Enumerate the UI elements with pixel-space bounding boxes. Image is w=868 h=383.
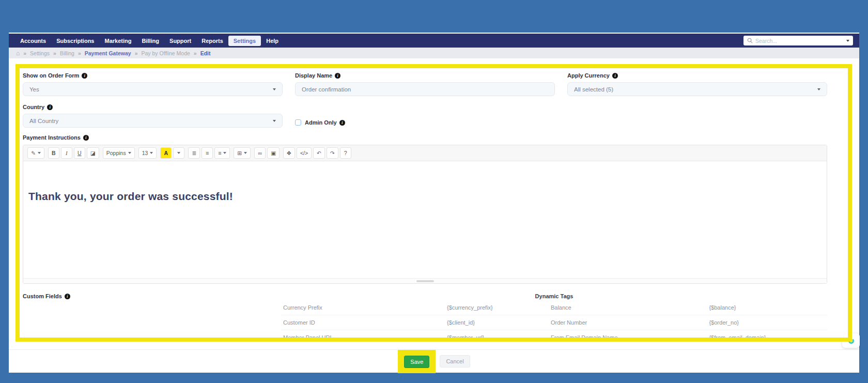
field-apply-currency: Apply Currency i All selected (5) — [567, 69, 827, 96]
country-label: Country i — [23, 103, 283, 111]
tag-label: From Email Domain Name — [549, 330, 707, 338]
edit-form-highlight-frame: Show on Order Form i Yes Display Name i — [16, 64, 852, 342]
table-row: Member Panel URL {$member_url} From Emai… — [281, 330, 827, 338]
breadcrumb-separator: » — [53, 50, 56, 56]
dynamic-tags-table: Currency Prefix {$currency_prefix} Balan… — [281, 300, 827, 338]
insert-picture-button[interactable]: ▣ — [267, 147, 280, 159]
editor-resize-handle[interactable] — [416, 280, 434, 282]
style-dropdown-button[interactable]: ✎ — [27, 147, 44, 159]
apply-currency-select[interactable]: All selected (5) — [567, 82, 827, 96]
italic-button[interactable]: I — [61, 147, 72, 159]
breadcrumb-billing[interactable]: Billing — [60, 50, 74, 56]
chevron-down-icon — [150, 152, 153, 154]
info-icon[interactable]: i — [612, 73, 618, 79]
nav-item-accounts[interactable]: Accounts — [15, 36, 51, 46]
table-row: Currency Prefix {$currency_prefix} Balan… — [281, 300, 827, 315]
breadcrumb-payment-gateway[interactable]: Payment Gateway — [85, 50, 131, 56]
search-scope-caret-icon[interactable] — [846, 40, 849, 42]
underline-button[interactable]: U — [74, 147, 85, 159]
insert-link-button[interactable]: ∞ — [254, 147, 266, 159]
paragraph-align-icon: ≡ — [218, 150, 221, 156]
save-button-highlight: Save — [398, 350, 436, 373]
cancel-button[interactable]: Cancel — [440, 355, 470, 367]
fullscreen-button[interactable]: ✥ — [283, 147, 295, 159]
bottom-section: Custom Fields i Dynamic Tags Currency Pr… — [23, 290, 827, 338]
info-icon[interactable]: i — [82, 73, 87, 79]
info-icon[interactable]: i — [339, 120, 345, 126]
field-display-name: Display Name i — [295, 69, 555, 96]
field-show-on-order-form: Show on Order Form i Yes — [23, 69, 283, 96]
unordered-list-button[interactable]: ≣ — [188, 147, 200, 159]
font-color-button[interactable]: A — [160, 147, 172, 159]
info-icon[interactable]: i — [65, 294, 70, 299]
editor-content-area[interactable]: Thank you, your order was successful! — [23, 161, 827, 278]
search-input[interactable] — [755, 38, 843, 44]
nav-item-marketing[interactable]: Marketing — [99, 36, 136, 46]
bold-button[interactable]: B — [48, 147, 59, 159]
redo-icon: ↷ — [330, 150, 335, 156]
nav-item-billing[interactable]: Billing — [136, 36, 164, 46]
nav-item-help[interactable]: Help — [261, 36, 284, 46]
dynamic-tags-title: Dynamic Tags — [281, 293, 827, 299]
payment-instructions-editor: ✎ B I U ◪ Poppins — [23, 145, 827, 284]
breadcrumb-separator: » — [194, 50, 197, 56]
admin-only-label: Admin Only i — [305, 119, 345, 126]
apply-currency-label: Apply Currency i — [567, 71, 827, 80]
tag-label: Currency Prefix — [281, 300, 445, 315]
admin-only-checkbox[interactable] — [295, 119, 301, 126]
font-color-caret-button[interactable] — [173, 147, 184, 159]
font-family-dropdown[interactable]: Poppins — [103, 147, 135, 159]
form-row-1: Show on Order Form i Yes Display Name i — [23, 69, 827, 96]
breadcrumb-settings[interactable]: Settings — [30, 50, 50, 56]
dynamic-tags-section: Dynamic Tags Currency Prefix {$currency_… — [281, 290, 827, 338]
nav-item-settings[interactable]: Settings — [228, 36, 261, 46]
nav-item-subscriptions[interactable]: Subscriptions — [51, 36, 99, 46]
nav-item-reports[interactable]: Reports — [196, 36, 228, 46]
form-row-2: Country i All Country Admin Only i — [23, 101, 827, 128]
font-size-value: 13 — [142, 150, 148, 156]
info-icon[interactable]: i — [335, 73, 340, 79]
home-icon[interactable]: ⌂ — [16, 50, 20, 57]
payment-instructions-label-text: Payment Instructions — [23, 134, 81, 141]
table-dropdown[interactable]: ⊞ — [234, 147, 251, 159]
undo-button[interactable]: ↶ — [313, 147, 325, 159]
tag-label: Customer ID — [281, 315, 445, 330]
top-navbar: Accounts Subscriptions Marketing Billing… — [9, 34, 859, 48]
apply-currency-label-text: Apply Currency — [567, 72, 610, 79]
breadcrumb-pay-by-offline-mode[interactable]: Pay by Offline Mode — [141, 50, 190, 56]
save-button[interactable]: Save — [404, 356, 429, 368]
nav-item-support[interactable]: Support — [164, 36, 196, 46]
breadcrumb-separator: » — [78, 50, 81, 56]
ordered-list-button[interactable]: ≡ — [202, 147, 213, 159]
undo-icon: ↶ — [317, 150, 321, 156]
custom-fields-label: Custom Fields i — [23, 292, 281, 300]
search-icon — [747, 38, 753, 43]
chevron-down-icon — [223, 152, 226, 154]
display-name-input[interactable] — [295, 82, 555, 96]
clear-format-button[interactable]: ◪ — [87, 147, 99, 159]
country-select[interactable]: All Country — [23, 114, 283, 128]
country-value: All Country — [29, 118, 58, 124]
show-on-order-form-select[interactable]: Yes — [23, 82, 283, 96]
help-button[interactable]: ? — [340, 147, 351, 159]
link-icon: ∞ — [258, 150, 262, 156]
tag-value: {$balance} — [707, 300, 827, 315]
info-icon[interactable]: i — [83, 135, 89, 141]
code-view-button[interactable]: </> — [297, 147, 312, 159]
payment-instructions-label: Payment Instructions i — [23, 133, 827, 142]
tag-value: {$currency_prefix} — [445, 300, 549, 315]
chevron-down-icon — [244, 152, 247, 154]
table-row: Customer ID {$client_id} Order Number {$… — [281, 315, 827, 330]
font-family-value: Poppins — [106, 150, 126, 156]
search-box[interactable] — [743, 36, 853, 45]
redo-button[interactable]: ↷ — [327, 147, 338, 159]
tag-value: {$member_url} — [445, 330, 549, 338]
unordered-list-icon: ≣ — [192, 150, 196, 156]
font-size-dropdown[interactable]: 13 — [138, 147, 157, 159]
chevron-down-icon — [273, 120, 276, 122]
admin-only-label-text: Admin Only — [305, 119, 337, 126]
paragraph-align-dropdown[interactable]: ≡ — [214, 147, 230, 159]
breadcrumb-edit: Edit — [200, 50, 211, 56]
breadcrumb-separator: » — [23, 50, 26, 56]
info-icon[interactable]: i — [47, 104, 53, 110]
